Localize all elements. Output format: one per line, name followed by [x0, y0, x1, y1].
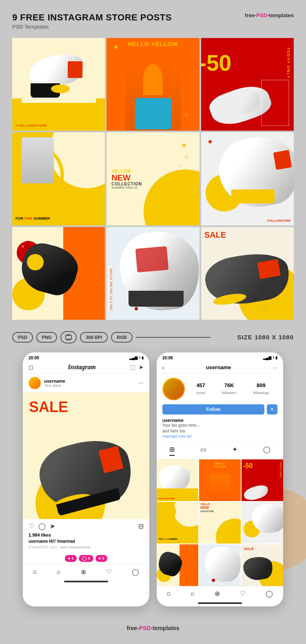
bottom-nav-2: ⌂ ⌕ ⊕ ♡ ◯: [157, 586, 283, 602]
post-username[interactable]: username: [44, 379, 135, 383]
post-6: #YELLOWSTORE: [201, 132, 294, 225]
status-time-2: 20:09: [162, 356, 173, 360]
badge-dpi: 300 DPI: [80, 332, 108, 343]
action-left: ♡ ◯ ➤: [29, 522, 55, 530]
profile-icon-2[interactable]: ◯: [266, 590, 273, 597]
home-icon[interactable]: ⌂: [33, 568, 37, 575]
page-subtitle: PSD Templates: [12, 24, 172, 30]
size-label: SIZE 1080 X 1080: [219, 334, 294, 341]
follow-dropdown-button[interactable]: ▾: [267, 404, 277, 414]
bookmark-icon[interactable]: ⊟: [138, 522, 144, 530]
notification-bar: ♥ 1 ◯ 9 ♥ 5: [23, 553, 149, 564]
post-2: HELLO YELLOW: [106, 38, 199, 131]
search-icon-nav[interactable]: ⌕: [57, 568, 61, 575]
grid-50-text: -50: [242, 461, 253, 470]
post-5: YELLOW NEW COLLECTION SUMMER VIBES 20: [106, 132, 199, 225]
post-7: [12, 227, 105, 320]
post-9: SALE: [201, 227, 294, 320]
footer: free-PSD-templates: [12, 619, 294, 635]
status-time-1: 20:09: [29, 356, 39, 360]
badge-png: PNG: [36, 332, 58, 343]
notif-comments: ◯ 9: [79, 555, 93, 562]
profile-username-nav: username: [206, 364, 231, 370]
post-8-text: ONLY AT ONLINE STORE: [110, 236, 113, 310]
tab-feed-icon[interactable]: ▭: [200, 446, 206, 456]
add-icon-2[interactable]: ⊕: [215, 590, 220, 597]
status-icons-1: ▂▄▆ ⌇ ▮: [129, 356, 144, 360]
home-indicator-2: [198, 602, 242, 604]
home-icon-2[interactable]: ⌂: [167, 590, 171, 597]
sale-shoe: [29, 430, 143, 513]
post-4-text: FOR THIS SUMMER: [16, 216, 50, 221]
shoe-area-7: [22, 245, 77, 301]
dot-outline: [185, 114, 188, 117]
comment-icon[interactable]: ◯: [38, 522, 46, 530]
status-icons-2: ▂▄▆ ⌇ ▮: [263, 356, 277, 360]
grid-cell-2: HELLOYELLOW: [199, 459, 241, 501]
grid-hello-text: HELLOYELLOW: [199, 461, 241, 469]
shoe-area-6: [220, 137, 294, 207]
tab-tagged-icon[interactable]: ✦: [232, 446, 237, 456]
heart-nav-icon-2[interactable]: ♡: [240, 590, 246, 597]
followers-label: followers: [222, 391, 237, 395]
model-silhouette: [125, 61, 181, 131]
badges-row: PSD PNG 300 DPI RGB SIZE 1080 X 1080: [12, 331, 294, 343]
add-icon[interactable]: ⊕: [81, 568, 86, 576]
instagram-logo: Instagram: [68, 363, 95, 371]
red-dot-6: [208, 140, 212, 143]
collection-text: YELLOW NEW COLLECTION SUMMER VIBES 20: [111, 169, 194, 189]
sale-big-text: SALE: [29, 399, 68, 416]
post-time: 9 MINUTES AGO SEE TRANSLATION: [23, 544, 149, 553]
grid-new-text: YELLONEWCOLLECTION: [199, 502, 241, 513]
profile-icon[interactable]: ◯: [132, 568, 139, 576]
post-1: #YELLOWSTORE: [12, 38, 105, 131]
bottom-nav-1: ⌂ ⌕ ⊕ ♡ ◯: [23, 564, 149, 581]
divider: [136, 337, 211, 338]
back-icon[interactable]: ‹: [162, 364, 164, 371]
heart-icon[interactable]: ♡: [29, 522, 34, 530]
post-user-info: username Your place: [44, 379, 135, 388]
followers-count: 76K: [222, 382, 237, 388]
svg-rect-2: [67, 339, 71, 340]
notif-like-icon: ♥: [99, 556, 101, 561]
notif-hearts: ♥ 1: [65, 555, 77, 562]
share-icon[interactable]: ➤: [50, 522, 55, 530]
post-3: -50 TODAY ONLY: [201, 38, 294, 131]
tab-grid-icon[interactable]: ⊞: [169, 446, 175, 456]
col-new: NEW: [111, 174, 194, 182]
send-icon[interactable]: ➤: [139, 364, 144, 370]
post-location: Your place: [44, 383, 135, 388]
badge-psd: PSD: [12, 332, 33, 343]
model-head: [143, 64, 163, 96]
see-translation[interactable]: SEE TRANSLATION: [60, 546, 91, 549]
bio-link[interactable]: marinad.com.ar/: [162, 434, 277, 439]
shoe-area-8: [120, 232, 199, 310]
post-options-icon[interactable]: ···: [138, 379, 144, 387]
posts-grid: #YELLOWSTORE HELLO YELLOW -50: [12, 38, 294, 320]
arm: [22, 137, 54, 184]
status-bar-2: 20:09 ▂▄▆ ⌇ ▮: [157, 352, 283, 362]
search-icon-2[interactable]: ⌕: [191, 590, 195, 597]
posts-label: posts: [196, 391, 205, 395]
heart-nav-icon[interactable]: ♡: [106, 568, 112, 576]
svg-rect-0: [66, 335, 71, 339]
tab-reels-icon[interactable]: ◯: [263, 446, 271, 456]
camera-icon[interactable]: ◻: [29, 364, 33, 370]
following-label: followings: [253, 391, 269, 395]
profile-bio: username Your bio goes here... and here …: [157, 418, 283, 442]
header-left: 9 FREE INSTAGRAM STORE POSTS PSD Templat…: [12, 12, 172, 30]
caption-username: username Hi!! #marinad: [29, 539, 75, 544]
sale-post-image: SALE: [23, 392, 149, 519]
follow-button[interactable]: Follow: [162, 404, 264, 414]
notif-heart-icon: ♥: [68, 556, 71, 561]
bio-text-1: Your bio goes here...: [162, 423, 277, 428]
direct-icon[interactable]: ⬚: [130, 364, 135, 370]
hello-line1: HELLO YELLOW: [106, 41, 199, 47]
deco-rect: [261, 80, 289, 126]
profile-options-icon[interactable]: ···: [273, 364, 277, 371]
footer-brand: free-PSD-templates: [12, 625, 294, 631]
stats-container: 457 posts 76K followers 809 followings: [188, 382, 277, 396]
profile-grid: #YELLOWSTORE HELLOYELLOW -50 TODAY ONLY: [157, 459, 283, 586]
stat-posts: 457 posts: [196, 382, 205, 396]
signal-icon: ▂▄▆: [129, 356, 137, 360]
